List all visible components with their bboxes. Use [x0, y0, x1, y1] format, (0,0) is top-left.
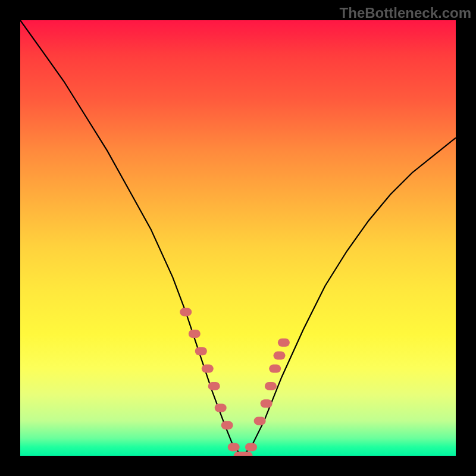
marker-point	[278, 339, 290, 347]
marker-point	[274, 352, 286, 360]
marker-point	[189, 330, 201, 338]
marker-point	[202, 365, 214, 373]
marker-group	[180, 308, 290, 456]
marker-point	[221, 421, 233, 430]
marker-point	[180, 308, 192, 316]
marker-point	[245, 443, 257, 451]
chart-plot-area	[20, 20, 456, 456]
marker-point	[195, 347, 207, 355]
marker-point	[265, 382, 277, 390]
marker-point	[261, 399, 273, 408]
marker-point	[215, 404, 227, 412]
chart-svg	[20, 20, 456, 456]
marker-point	[269, 365, 281, 373]
watermark-text: TheBottleneck.com	[340, 5, 471, 21]
marker-point	[254, 416, 266, 425]
marker-point	[208, 382, 220, 390]
curve-line	[20, 20, 456, 456]
marker-point	[228, 443, 240, 451]
marker-flat	[234, 452, 251, 456]
